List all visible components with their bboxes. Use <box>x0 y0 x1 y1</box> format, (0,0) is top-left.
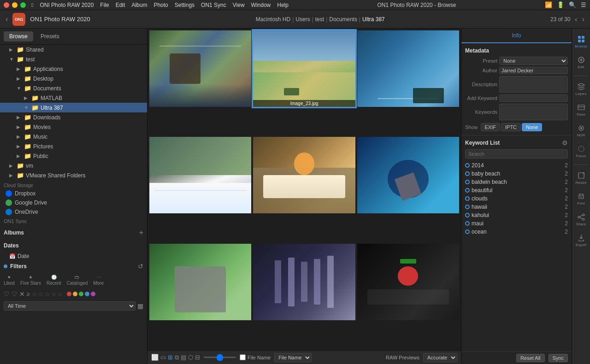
photo-cell-8[interactable] <box>253 244 355 320</box>
edit-icon[interactable]: Edit <box>572 53 590 72</box>
keywords-input[interactable] <box>499 104 568 120</box>
photo-cell-4[interactable] <box>149 137 251 213</box>
breadcrumb-test[interactable]: test <box>315 16 324 23</box>
filmstrip-view-btn[interactable]: ▭ <box>160 354 166 361</box>
show-none-button[interactable]: None <box>522 123 542 131</box>
grid-view-toggle[interactable]: ▦ <box>137 302 143 310</box>
detail-view-btn[interactable]: ▤ <box>181 354 186 361</box>
app-menu[interactable]: ONI Photo RAW 2020 <box>40 2 94 8</box>
accurate-select[interactable]: Accurate <box>423 353 457 362</box>
map-view-btn[interactable]: ⬡ <box>188 354 193 361</box>
tree-item-movies[interactable]: ▶ 📁 Movies <box>0 122 147 132</box>
on1sync-menu[interactable]: ON1 Sync <box>201 2 226 8</box>
photo-cell-5[interactable] <box>253 137 355 213</box>
tab-info[interactable]: Info <box>461 29 572 43</box>
minimize-button[interactable] <box>12 2 18 8</box>
share-icon[interactable]: Share <box>572 210 590 229</box>
show-exif-button[interactable]: EXIF <box>481 123 500 131</box>
tree-item-vm[interactable]: ▶ 📁 vm <box>0 161 147 170</box>
description-input[interactable] <box>499 76 568 93</box>
color-yellow-dot[interactable] <box>73 292 77 296</box>
filter-cataloged[interactable]: 🗃 Cataloged <box>67 275 88 286</box>
tree-item-downloads[interactable]: ▶ 📁 Downloads <box>0 112 147 122</box>
tree-item-pictures[interactable]: ▶ 📁 Pictures <box>0 141 147 151</box>
breadcrumb-users[interactable]: Users <box>295 16 310 23</box>
tree-item-vmware[interactable]: ▶ 📁 VMware Shared Folders <box>0 170 147 180</box>
pane-icon[interactable]: Pane <box>572 100 590 119</box>
tree-item-test[interactable]: ▼ 📁 test <box>0 54 147 64</box>
photo-cell-23[interactable]: Image_23.jpg <box>253 30 355 107</box>
photo-cell-3[interactable] <box>357 30 459 107</box>
tree-item-music[interactable]: ▶ 📁 Music <box>0 132 147 141</box>
time-select[interactable]: All Time <box>4 301 136 311</box>
help-menu[interactable]: Help <box>277 2 289 8</box>
tree-item-desktop[interactable]: ▶ 📁 Desktop <box>0 74 147 83</box>
nav-back-button[interactable]: ‹ <box>6 15 8 23</box>
nav-next-button[interactable]: › <box>582 15 584 23</box>
filter-five-stars[interactable]: ★ Five Stars <box>20 275 41 286</box>
tab-presets[interactable]: Presets <box>35 31 65 41</box>
edit-menu[interactable]: Edit <box>116 2 125 8</box>
add-album-button[interactable]: + <box>139 229 143 237</box>
photo-cell-9[interactable] <box>357 244 459 320</box>
onedrive-item[interactable]: OneDrive <box>0 207 147 217</box>
print-icon[interactable]: Print <box>572 189 590 208</box>
apple-menu[interactable]:  <box>31 2 33 8</box>
filter-reset-button[interactable]: ↺ <box>138 263 143 270</box>
window-menu[interactable]: Window <box>251 2 271 8</box>
keyword-search-input[interactable] <box>465 149 568 159</box>
filename-checkbox[interactable] <box>240 354 246 360</box>
browse-icon[interactable]: Browse <box>572 32 590 51</box>
far-right-panel: Browse Edit Layers Pane HDR Focus <box>572 29 590 364</box>
breadcrumb-ultra387[interactable]: Ultra 387 <box>362 16 385 23</box>
tree-item-documents[interactable]: ▼ 📁 Documents <box>0 83 147 93</box>
zoom-slider[interactable] <box>204 357 236 358</box>
layers-icon[interactable]: Layers <box>572 80 590 99</box>
color-blue-dot[interactable] <box>85 292 89 296</box>
tree-item-applications[interactable]: ▶ 📁 Applications <box>0 64 147 74</box>
single-view-btn[interactable]: ⬜ <box>151 354 159 361</box>
dropbox-item[interactable]: Dropbox <box>0 189 147 198</box>
tree-item-shared[interactable]: ▶ 📁 Shared <box>0 45 147 54</box>
tree-item-matlab[interactable]: ▶ 📁 MATLAB <box>0 93 147 103</box>
photo-menu[interactable]: Photo <box>153 2 168 8</box>
nav-prev-button[interactable]: ‹ <box>575 15 577 23</box>
filter-liked[interactable]: ♥ Liked <box>4 275 15 286</box>
file-menu[interactable]: File <box>100 2 109 8</box>
sync-button[interactable]: Sync <box>549 354 568 362</box>
keyword-gear-button[interactable]: ⚙ <box>562 139 568 147</box>
author-input[interactable] <box>499 67 568 74</box>
color-red-dot[interactable] <box>67 292 71 296</box>
album-menu[interactable]: Album <box>131 2 147 8</box>
breadcrumb-macintosh[interactable]: Macintosh HD <box>256 16 290 23</box>
filename-select[interactable]: File Name <box>274 353 312 362</box>
reset-all-button[interactable]: Reset All <box>516 354 544 362</box>
photo-cell-7[interactable] <box>149 244 251 320</box>
export-icon[interactable]: Export <box>572 231 590 250</box>
focus-icon[interactable]: Focus <box>572 142 590 161</box>
hdr-icon[interactable]: HDR <box>572 121 590 140</box>
color-purple-dot[interactable] <box>91 292 95 296</box>
maximize-button[interactable] <box>20 2 26 8</box>
filter-recent[interactable]: 🕒 Recent <box>47 275 61 286</box>
settings-menu[interactable]: Settings <box>175 2 195 8</box>
compare-view-btn[interactable]: ⧉ <box>175 354 179 361</box>
photo-cell-1[interactable] <box>149 30 251 107</box>
tab-browse[interactable]: Browse <box>4 31 33 41</box>
resize-icon[interactable]: Resize <box>572 169 590 188</box>
color-green-dot[interactable] <box>79 292 83 296</box>
grid-view-btn[interactable]: ⊞ <box>168 354 173 361</box>
date-item[interactable]: 📅 Date <box>0 252 147 261</box>
preset-select[interactable]: None <box>499 57 568 65</box>
show-iptc-button[interactable]: IPTC <box>501 123 521 131</box>
filter-more[interactable]: ⋯ More <box>93 275 104 286</box>
tree-item-ultra387[interactable]: ▼ 📁 Ultra 387 <box>0 103 147 112</box>
breadcrumb-documents[interactable]: Documents <box>329 16 357 23</box>
panel-view-btn[interactable]: ⊟ <box>195 354 200 361</box>
gdrive-item[interactable]: Google Drive <box>0 198 147 207</box>
tree-item-public[interactable]: ▶ 📁 Public <box>0 151 147 161</box>
photo-cell-6[interactable] <box>357 137 459 213</box>
view-menu[interactable]: View <box>233 2 245 8</box>
close-button[interactable] <box>4 2 9 8</box>
add-keyword-input[interactable] <box>499 94 568 102</box>
